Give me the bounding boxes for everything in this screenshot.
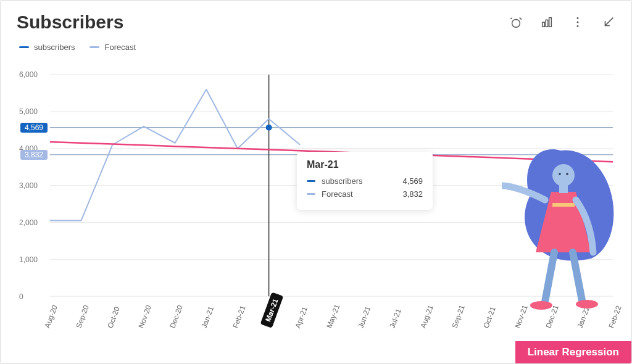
svg-point-2 [521,19,522,20]
tooltip-swatch-subscribers [307,180,315,182]
tooltip-value-forecast: 3,832 [402,189,423,199]
y-tick-label: 5,000 [19,107,38,116]
more-icon[interactable] [571,15,584,29]
chart-card: Subscribers [0,0,632,364]
tooltip-swatch-forecast [307,193,315,195]
tooltip-label-subscribers: subscribers [322,176,362,186]
svg-point-0 [512,19,520,27]
y-tick-label: 3,000 [19,181,38,190]
tooltip-title: Mar-21 [307,159,423,170]
toolbar [509,15,615,29]
chart-title: Subscribers [17,12,123,33]
legend-label-subscribers: subscribers [34,43,75,52]
svg-point-8 [577,25,579,27]
collapse-icon[interactable] [602,15,615,29]
svg-point-6 [577,17,579,19]
legend-swatch-forecast [89,46,99,48]
y-tick-label: 2,000 [19,218,38,227]
y-tick-label: 0 [19,292,23,301]
tooltip-value-subscribers: 4,569 [402,176,423,186]
tooltip: Mar-21 subscribers 4,569 Forecast 3,832 [297,152,433,210]
bar-chart-icon[interactable] [540,15,554,29]
svg-point-19 [266,125,272,131]
svg-point-7 [577,22,579,23]
regression-label: Linear Regression [515,341,631,363]
legend-swatch-subscribers [19,46,29,48]
svg-rect-4 [546,20,548,27]
legend: subscribers Forecast [1,33,631,52]
svg-point-1 [519,17,520,18]
alarm-icon[interactable] [509,15,523,29]
y-tick-label: 1,000 [19,255,38,264]
card-header: Subscribers [1,1,631,33]
svg-rect-5 [549,18,552,27]
y-tick-label: 6,000 [19,70,38,79]
svg-rect-3 [543,22,545,27]
tooltip-label-forecast: Forecast [322,189,353,199]
tooltip-row-forecast: Forecast 3,832 [307,189,423,199]
legend-item-forecast[interactable]: Forecast [89,43,136,52]
value-badge: 3,832 [20,150,48,160]
value-badge: 4,569 [20,123,48,133]
legend-item-subscribers[interactable]: subscribers [19,43,75,52]
legend-label-forecast: Forecast [104,43,136,52]
tooltip-row-subscribers: subscribers 4,569 [307,176,423,186]
